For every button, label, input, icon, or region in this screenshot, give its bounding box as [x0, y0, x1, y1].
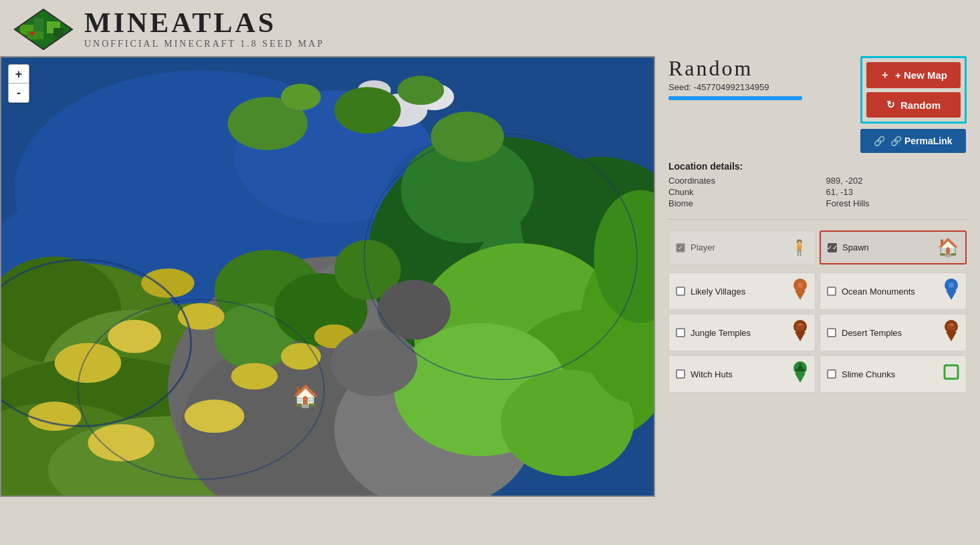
title-row: Random Seed: -457704992134959 ＋ + New Ma…: [668, 56, 967, 153]
svg-point-45: [88, 424, 154, 462]
map-title-block: Random Seed: -457704992134959: [668, 56, 860, 100]
svg-rect-3: [33, 18, 43, 31]
permalink-label: 🔗 PermaLink: [890, 136, 952, 146]
spawn-label: Spawn: [842, 242, 932, 252]
svg-point-47: [231, 363, 278, 389]
biome-value: Forest Hills: [826, 198, 967, 208]
svg-marker-66: [946, 291, 957, 300]
witch-huts-checkbox[interactable]: [676, 369, 685, 379]
likely-villages-checkbox[interactable]: [676, 287, 685, 296]
witch-huts-icon: [792, 361, 808, 387]
logo-icon: [13, 8, 74, 48]
location-details-title: Location details:: [668, 161, 967, 172]
location-table: Coordinates 989, -202 Chunk 61, -13 Biom…: [668, 176, 967, 208]
chunk-value: 61, -13: [826, 187, 967, 197]
svg-point-64: [798, 283, 803, 288]
svg-marker-77: [795, 373, 806, 383]
svg-rect-5: [27, 31, 43, 39]
feature-item-player[interactable]: Player 🧍: [668, 230, 816, 264]
permalink-button[interactable]: 🔗 🔗 PermaLink: [860, 129, 965, 153]
slime-chunks-checkbox[interactable]: [827, 369, 836, 379]
random-icon: ↻: [886, 99, 895, 111]
likely-villages-icon: [792, 279, 808, 304]
spawn-map-marker: 🏠: [292, 383, 319, 409]
feature-item-jungle-temples[interactable]: Jungle Temples: [668, 314, 816, 351]
app-title: MineAtlas: [84, 7, 324, 39]
right-panel: Random Seed: -457704992134959 ＋ + New Ma…: [655, 56, 980, 524]
svg-point-46: [141, 268, 195, 298]
zoom-in-button[interactable]: +: [9, 65, 29, 83]
svg-point-67: [949, 283, 954, 288]
map-title: Random: [668, 56, 860, 81]
jungle-temples-label: Jungle Temples: [691, 328, 787, 338]
player-checkbox[interactable]: [676, 243, 685, 252]
panel-divider: [668, 219, 967, 220]
jungle-temples-checkbox[interactable]: [676, 328, 685, 337]
svg-marker-69: [795, 332, 806, 341]
svg-point-43: [185, 399, 245, 433]
spawn-icon: 🏠: [937, 237, 959, 258]
header: MineAtlas Unofficial Minecraft 1.8 Seed …: [0, 0, 980, 56]
chunk-label: Chunk: [668, 187, 813, 197]
ocean-monuments-icon: [943, 279, 959, 304]
svg-point-59: [431, 112, 504, 162]
slime-chunks-label: Slime Chunks: [842, 369, 938, 379]
slime-chunks-icon: [943, 364, 959, 384]
new-map-button[interactable]: ＋ + New Map: [866, 62, 961, 88]
new-map-icon: ＋: [880, 69, 890, 81]
desert-temples-label: Desert Temples: [842, 328, 938, 338]
svg-rect-80: [945, 365, 958, 379]
random-button[interactable]: ↻ Random: [866, 92, 961, 118]
seed-text: Seed: -457704992134959: [668, 82, 860, 92]
logo-text: MineAtlas Unofficial Minecraft 1.8 Seed …: [84, 7, 324, 49]
map-container[interactable]: + - 🏠: [0, 56, 655, 497]
seed-bar: [668, 96, 802, 100]
coordinates-value: 989, -202: [826, 176, 967, 186]
app-subtitle: Unofficial Minecraft 1.8 Seed Map: [84, 39, 324, 49]
ocean-monuments-checkbox[interactable]: [827, 287, 836, 296]
main-layout: + - 🏠 Random Seed: -457704992134959 ＋ + …: [0, 56, 980, 524]
feature-item-witch-huts[interactable]: Witch Huts: [668, 355, 816, 393]
feature-grid: Likely Villages Ocean Monuments: [668, 272, 967, 393]
permalink-icon: 🔗: [874, 136, 885, 146]
svg-rect-79: [795, 369, 805, 371]
svg-point-61: [398, 75, 445, 105]
coordinates-label: Coordinates: [668, 176, 813, 186]
feature-item-slime-chunks[interactable]: Slime Chunks: [820, 355, 967, 393]
jungle-temples-icon: [792, 320, 808, 345]
witch-huts-label: Witch Huts: [691, 369, 787, 379]
svg-point-58: [334, 87, 401, 134]
feature-item-desert-temples[interactable]: Desert Temples: [820, 314, 967, 351]
desert-temples-icon: [943, 320, 959, 345]
svg-marker-63: [795, 291, 806, 300]
svg-rect-75: [949, 323, 953, 326]
action-buttons-group: ＋ + New Map ↻ Random: [860, 56, 967, 124]
buttons-block: ＋ + New Map ↻ Random 🔗 🔗 PermaLink: [860, 56, 967, 153]
svg-point-60: [281, 83, 321, 110]
feature-item-ocean-monuments[interactable]: Ocean Monuments: [820, 272, 967, 310]
random-label: Random: [900, 100, 941, 111]
desert-temples-checkbox[interactable]: [827, 328, 836, 337]
biome-label: Biome: [668, 198, 813, 208]
player-icon: 🧍: [790, 239, 808, 256]
likely-villages-label: Likely Villages: [691, 287, 787, 297]
svg-point-8: [30, 31, 34, 35]
feature-item-spawn[interactable]: ✓ Spawn 🏠: [820, 230, 967, 264]
location-details: Location details: Coordinates 989, -202 …: [668, 161, 967, 208]
zoom-controls: + -: [8, 64, 29, 103]
new-map-label: + New Map: [895, 69, 947, 81]
svg-marker-73: [946, 332, 957, 341]
svg-point-50: [331, 330, 417, 397]
map-terrain: [1, 57, 654, 496]
svg-point-39: [55, 343, 122, 383]
svg-rect-71: [798, 323, 802, 326]
player-label: Player: [691, 242, 785, 252]
features-top-row: Player 🧍 ✓ Spawn 🏠: [668, 230, 967, 264]
svg-point-49: [378, 280, 451, 340]
ocean-monuments-label: Ocean Monuments: [842, 287, 938, 297]
zoom-out-button[interactable]: -: [9, 83, 29, 102]
spawn-checkbox[interactable]: ✓: [828, 243, 837, 252]
feature-item-likely-villages[interactable]: Likely Villages: [668, 272, 816, 310]
